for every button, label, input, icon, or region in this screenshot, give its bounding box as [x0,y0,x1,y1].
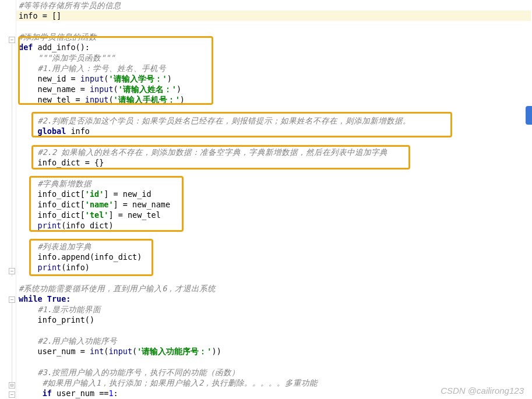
comment: #2.2 如果输入的姓名不存在，则添加数据：准备空字典，字典新增数据，然后在列表… [19,147,387,157]
fold-icon[interactable]: − [9,391,15,398]
keyword-if: if [43,389,52,398]
comment: #1.用户输入：学号、姓名、手机号 [19,63,166,73]
side-tab[interactable] [526,106,532,125]
comment: #系统功能需要循环使用，直到用户输入6，才退出系统 [19,284,216,293]
fold-icon[interactable]: ⊟ [9,382,15,389]
comment: #如果用户输入1，执行添加；如果用户输入2，执行删除。。。。。多重功能 [19,378,318,387]
gutter: − − − ⊟ − [0,0,16,399]
fold-icon[interactable]: − [9,296,15,303]
code-line: info_dict = {} [19,158,104,167]
comment: #3.按照用户输入的功能序号，执行不同的功能（函数） [19,368,239,377]
code-line: info.append(info_dict) [19,252,142,262]
comment: #添加学员信息的函数 [19,32,97,41]
comment: #2.用户输入功能序号 [19,336,117,345]
fold-icon[interactable]: − [9,268,15,274]
highlighted-line: info = [] [16,10,531,21]
keyword-def: def [19,43,33,52]
code-line: info_print() [19,315,94,324]
code-area[interactable]: #等等待存储所有学员的信息 info = [] #添加学员信息的函数 def a… [17,0,532,398]
keyword-while: while [19,294,43,303]
docstring: """添加学员函数""" [19,53,115,62]
fold-icon[interactable]: − [9,37,15,43]
comment: #列表追加字典 [19,242,91,251]
comment: #2.判断是否添加这个学员：如果学员姓名已经存在，则报错提示；如果姓名不存在，则… [19,116,411,125]
fold-line [12,44,12,277]
keyword-global: global [38,126,66,136]
comment: #字典新增数据 [19,179,91,188]
comment: #1.显示功能界面 [19,305,101,314]
comment: #等等待存储所有学员的信息 [19,1,121,10]
fold-line [12,303,12,384]
